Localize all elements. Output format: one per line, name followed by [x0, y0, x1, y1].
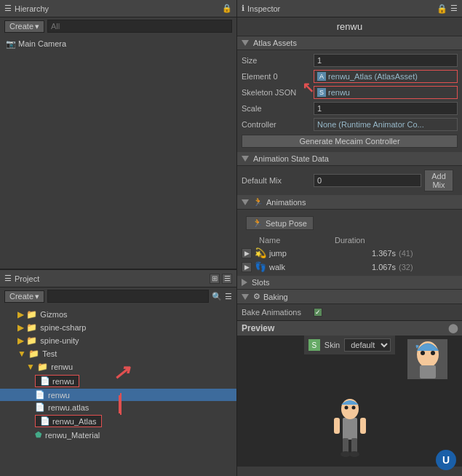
preview-label: Preview [242, 323, 274, 333]
hierarchy-item-main-camera[interactable]: 📷 Main Camera [0, 38, 236, 50]
pose-icon: 🏃 [252, 218, 263, 228]
preview-header: Preview ⬤ [237, 321, 462, 336]
spine-file-icon: 📄 [40, 376, 50, 386]
jump-count: (41) [399, 249, 413, 258]
project-item-gizmos[interactable]: ▶ 📁 Gizmos [0, 308, 236, 321]
scale-input[interactable] [314, 102, 458, 115]
unity-logo: U [436, 450, 456, 470]
play-jump-button[interactable]: ▶ [242, 248, 252, 258]
folder-icon: ▶ 📁 [17, 336, 37, 346]
anim-item-walk[interactable]: ▶ 👣 walk 1.067s (32) [237, 260, 462, 274]
svg-rect-11 [334, 418, 340, 434]
project-search-input[interactable] [47, 290, 209, 303]
file-icon: 📄 [35, 402, 45, 412]
project-create-button[interactable]: Create ▾ [4, 290, 44, 303]
size-input[interactable] [314, 54, 458, 67]
atlas-assets-section: Atlas Assets Size Element 0 A renwu_Atla… [237, 36, 462, 152]
project-item-renwu-folder[interactable]: ▼ 📁 renwu [0, 360, 236, 373]
object-name: renwu [237, 17, 462, 36]
slots-label: Slots [252, 278, 269, 287]
svg-point-7 [344, 406, 348, 410]
project-ctrl-2[interactable]: ☰ [222, 274, 232, 284]
bake-animations-checkbox[interactable]: ✓ [314, 308, 322, 317]
project-item-renwu-material[interactable]: ⬟ renwu_Material [0, 429, 236, 441]
controller-value[interactable]: None (Runtime Animator Co... [314, 118, 458, 131]
skeleton-json-value[interactable]: S renwu [314, 86, 458, 99]
play-walk-button[interactable]: ▶ [242, 262, 252, 272]
svg-rect-10 [351, 438, 357, 453]
project-item-test[interactable]: ▼ 📁 Test [0, 347, 236, 360]
skeleton-json-row: Skeleton JSON S renwu [237, 84, 462, 100]
slots-section: Slots [237, 276, 462, 290]
project-item-spine-unity[interactable]: ▶ 📁 spine-unity [0, 334, 236, 347]
controller-label: Controller [242, 120, 311, 129]
project-item-renwu-atlas-asset[interactable]: 📄 renwu_Atlas [0, 413, 236, 429]
preview-content: S Skin default [237, 336, 462, 467]
hierarchy-create-button[interactable]: Create ▾ [4, 20, 44, 33]
baking-section: ⚙ Baking Bake Animations ✓ [237, 290, 462, 320]
atlas-assets-header[interactable]: Atlas Assets [237, 36, 462, 50]
col-name-header: Name [259, 236, 332, 245]
project-item-spine-csharp[interactable]: ▶ 📁 spine-csharp [0, 321, 236, 334]
svg-point-8 [351, 406, 355, 410]
skin-select[interactable]: default [344, 338, 391, 352]
character-body-preview [328, 396, 372, 463]
skeleton-ref-icon: S [317, 88, 326, 97]
hierarchy-search-input[interactable] [47, 20, 232, 33]
baking-header[interactable]: ⚙ Baking [237, 290, 462, 304]
setup-pose-button[interactable]: 🏃 Setup Pose [246, 216, 314, 230]
character-body-svg [328, 396, 372, 461]
skin-row: S Skin default [304, 336, 395, 354]
svg-point-13 [340, 451, 351, 457]
walk-count: (32) [399, 263, 413, 271]
walk-duration: 1.067s [345, 263, 396, 271]
svg-point-2 [421, 351, 425, 355]
character-thumbnail-svg [408, 340, 447, 379]
inspector-menu-icon[interactable]: ☰ [450, 4, 458, 13]
preview-thumbnail [407, 339, 447, 379]
project-hamburger-icon: ☰ [4, 274, 12, 283]
project-title: Project [15, 274, 39, 283]
inspector-panel: ℹ Inspector 🔒 ☰ renwu Atlas Assets Size [236, 0, 462, 476]
hamburger-icon: ☰ [4, 4, 12, 13]
animations-label: Animations [266, 198, 306, 207]
atlas-file-icon: 📄 [40, 416, 50, 426]
element-row: Element 0 A renwu_Atlas (AtlasAsset) [237, 68, 462, 84]
animations-header[interactable]: 🏃 Animations [237, 195, 462, 210]
default-mix-input[interactable] [314, 174, 421, 187]
scale-row: Scale [237, 100, 462, 116]
project-ctrl-1[interactable]: ⊞ [210, 274, 220, 284]
folder-icon: ▶ 📁 [17, 309, 37, 320]
jump-name: jump [269, 249, 342, 258]
hierarchy-header: ☰ Hierarchy 🔒 [0, 0, 236, 17]
folder-icon: ▶ 📁 [17, 322, 37, 333]
add-mix-button[interactable]: Add Mix [424, 170, 453, 191]
svg-rect-9 [343, 438, 349, 453]
default-mix-label: Default Mix [242, 176, 311, 185]
element-value[interactable]: A renwu_Atlas (AtlasAsset) [314, 70, 458, 83]
search-icon: 🔍 [212, 292, 222, 301]
project-item-renwu-file[interactable]: 📄 renwu [0, 373, 236, 389]
preview-resize-icon[interactable]: ⬤ [448, 323, 458, 333]
baking-label: Baking [263, 293, 288, 301]
preview-section: Preview ⬤ [237, 320, 462, 467]
bake-animations-row: Bake Animations ✓ [237, 306, 462, 318]
generate-mecanim-button[interactable]: Generate Mecaim Controller [242, 135, 458, 148]
lock-icon[interactable]: 🔒 [437, 4, 447, 14]
atlas-ref-icon: A [317, 72, 326, 81]
anim-item-jump[interactable]: ▶ 💫 jump 1.367s (41) [237, 246, 462, 260]
material-icon: ⬟ [35, 430, 42, 440]
project-item-renwu-selected[interactable]: 📄 renwu [0, 389, 236, 401]
folder-icon: ▼ 📁 [17, 349, 39, 359]
project-item-renwu-atlas[interactable]: 📄 renwu.atlas [0, 401, 236, 413]
animation-state-data-section: Animation State Data Default Mix Add Mix [237, 152, 462, 195]
slots-header[interactable]: Slots [237, 276, 462, 290]
skin-icon: S [308, 339, 320, 351]
camera-icon: 📷 [6, 39, 18, 48]
svg-rect-12 [360, 418, 366, 434]
default-mix-row: Default Mix Add Mix [237, 168, 462, 193]
atlas-assets-label: Atlas Assets [253, 39, 297, 47]
project-header: ☰ Project ⊞ ☰ [0, 270, 236, 287]
inspector-title-label: Inspector [247, 4, 280, 13]
animation-state-data-header[interactable]: Animation State Data [237, 152, 462, 166]
